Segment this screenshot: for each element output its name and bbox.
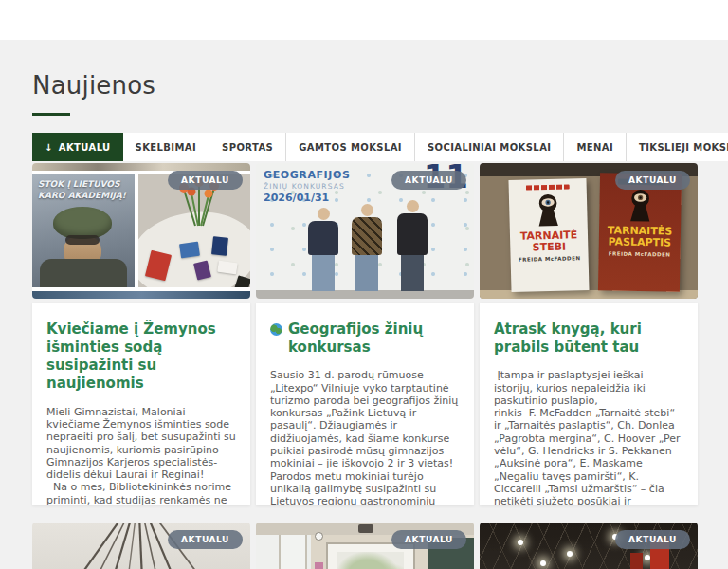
news-title-link[interactable]: Kviečiame į Žemynos išminties sodą susip… — [46, 321, 236, 394]
news-page: Naujienos ↓ AKTUALU SKELBIMAI SPORTAS GA… — [0, 40, 728, 569]
status-badge: AKTUALU — [168, 171, 243, 190]
down-arrow-icon: ↓ — [45, 142, 53, 153]
spotlight — [540, 560, 546, 566]
news-image-expo-hall[interactable]: SMK AKTUALU — [480, 523, 698, 569]
news-image-career-garden[interactable]: STOK Į LIETUVOS KARO AKADEMIJĄ! — [32, 163, 250, 299]
contest-banner-text: GEOGRAFIJOS ŽINIŲ KONKURSAS 2026/01/31 — [264, 169, 350, 204]
book-cover-tarnaite-stebi: TARNAITĖ STEBI FREIDA McFADDEN — [508, 178, 589, 292]
tab-skelbimai[interactable]: SKELBIMAI — [123, 133, 210, 161]
tab-sportas[interactable]: SPORTAS — [209, 133, 286, 161]
news-image-geography-contest[interactable]: GEOGRAFIJOS ŽINIŲ KONKURSAS 2026/01/31 1… — [256, 163, 474, 299]
collage-bottom-strip — [32, 291, 250, 299]
tab-aktualu[interactable]: ↓ AKTUALU — [32, 133, 123, 161]
wall-poster — [315, 562, 323, 569]
tab-menai[interactable]: MENAI — [564, 133, 627, 161]
news-card-body: Atrask knygą, kuri prabils būtent tau Įt… — [480, 303, 698, 505]
top-white-band — [0, 0, 728, 40]
news-image-books[interactable]: TARNAITĖ STEBI FREIDA McFADDEN TARNAITĖS — [480, 163, 698, 299]
news-excerpt: Įtampa ir paslaptysjei ieškai istorijų, … — [494, 369, 683, 505]
tab-socialiniai-mokslai[interactable]: SOCIALINIAI MOKSLAI — [415, 133, 564, 161]
student-figure — [396, 200, 428, 291]
page-title: Naujienos — [32, 72, 701, 101]
news-excerpt: Sausio 31 d. parodų rūmuose „Litexpo“ Vi… — [270, 369, 460, 505]
military-academy-poster: STOK Į LIETUVOS KARO AKADEMIJĄ! — [32, 174, 135, 287]
news-card: GEOGRAFIJOS ŽINIŲ KONKURSAS 2026/01/31 1… — [256, 163, 474, 505]
status-badge: AKTUALU — [615, 530, 690, 549]
status-badge: AKTUALU — [391, 530, 466, 549]
spotlight — [567, 551, 573, 557]
news-card-body: Kviečiame į Žemynos išminties sodą susip… — [32, 303, 250, 505]
poster-text: STOK Į LIETUVOS KARO AKADEMIJĄ! — [38, 179, 132, 201]
news-title-link[interactable]: Atrask knygą, kuri prabils būtent tau — [494, 321, 683, 357]
map-image — [337, 552, 404, 569]
brochure — [211, 236, 228, 256]
table-with-brochures-photo — [138, 174, 250, 287]
window — [256, 535, 311, 569]
news-card-partial: SMK AKTUALU — [480, 523, 698, 569]
news-card-partial: AKTUALU — [256, 523, 474, 569]
student-figure — [307, 208, 339, 291]
news-excerpt: Mieli Gimnazistai, Maloniai kviečiame Že… — [46, 406, 236, 505]
keyhole-eye-icon — [627, 189, 654, 223]
brochure — [217, 261, 237, 275]
news-card: STOK Į LIETUVOS KARO AKADEMIJĄ! — [32, 163, 250, 505]
news-card-grid: STOK Į LIETUVOS KARO AKADEMIJĄ! — [32, 163, 701, 569]
brochure — [179, 242, 200, 259]
status-badge: AKTUALU — [391, 171, 466, 190]
keyhole-eye-icon — [535, 193, 562, 229]
status-badge: AKTUALU — [168, 530, 243, 549]
soldier-helmet — [53, 207, 112, 239]
news-title-link[interactable]: Geografijos žinių konkursas — [270, 321, 460, 357]
category-tab-bar: ↓ AKTUALU SKELBIMAI SPORTAS GAMTOS MOKSL… — [32, 133, 701, 161]
news-card: TARNAITĖ STEBI FREIDA McFADDEN TARNAITĖS — [480, 163, 698, 505]
spotlight — [518, 540, 523, 545]
status-badge: AKTUALU — [615, 171, 690, 190]
tab-label: AKTUALU — [59, 142, 111, 153]
soldier-goggles — [65, 235, 100, 245]
projector — [358, 524, 373, 533]
tab-tikslieji-mokslai[interactable]: TIKSLIEJI MOKSLAI — [627, 133, 728, 161]
floor — [256, 290, 474, 299]
collage-top-strip — [32, 163, 250, 171]
news-card-partial: AKTUALU — [32, 523, 250, 569]
soldier-body — [40, 259, 127, 287]
title-underline — [32, 113, 70, 116]
student-figure — [351, 204, 383, 291]
news-card-body: Geografijos žinių konkursas Sausio 31 d.… — [256, 303, 474, 505]
news-image-ceiling[interactable]: AKTUALU — [32, 523, 250, 569]
wall-clock — [315, 532, 323, 541]
book-cover-tarnaites-paslaptis: TARNAITĖS PASLAPTIS FREIDA McFADDEN — [598, 173, 682, 291]
globe-icon — [270, 323, 282, 336]
red-banner — [630, 553, 643, 569]
news-image-classroom[interactable]: AKTUALU — [256, 523, 474, 569]
tab-gamtos-mokslai[interactable]: GAMTOS MOKSLAI — [286, 133, 415, 161]
